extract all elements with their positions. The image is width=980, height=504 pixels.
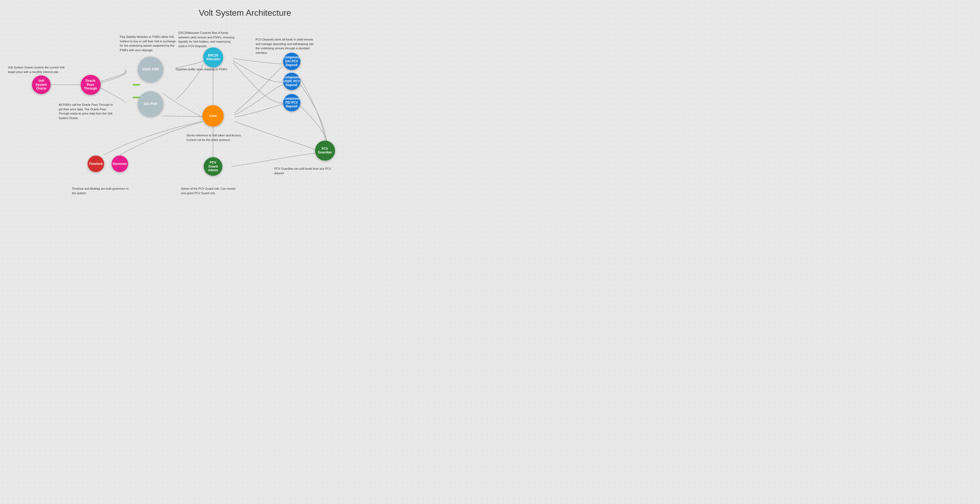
node-label-compound-fei: Compound FEI PCV Deposit [283, 97, 300, 108]
node-compound-fei[interactable]: Compound FEI PCV Deposit [283, 94, 301, 112]
node-volt-system-oracle[interactable]: Volt System Oracle [32, 75, 51, 94]
annotation-psm-annotation: Peg Stability Modules or PSM's allow Vol… [120, 35, 178, 52]
node-pcv-guardian[interactable]: PCV Guardian [315, 140, 335, 161]
node-usdc-psm[interactable]: USDC PSM [138, 57, 163, 82]
node-erc20-allocator[interactable]: ERC20 Allocator [203, 48, 223, 67]
node-timelock[interactable]: Timelock [88, 156, 104, 172]
node-label-erc20-allocator: ERC20 Allocator [206, 54, 220, 61]
node-label-governor: Governor [113, 162, 127, 166]
diagram-container: Volt System Architecture [0, 0, 490, 252]
node-label-compound-usdc: Compound USDC PCV Deposit [283, 75, 300, 87]
node-governor[interactable]: Governor [111, 156, 128, 172]
node-pcv-guard-admin[interactable]: PCV Guard Admin [204, 157, 222, 176]
annotation-oracle-annotation: Volt System Oracle controls the current … [8, 65, 67, 74]
node-compound-dai[interactable]: Compound DAI PCV Deposit [283, 53, 301, 70]
annotation-erc20-annotation: ERC20Allocator Controls flow of funds be… [178, 30, 237, 48]
node-label-volt-system-oracle: Volt System Oracle [36, 79, 47, 90]
node-label-dai-psm: DAI PSM [144, 102, 157, 106]
annotation-pcv-deposit-annotation: PCV Deposits store all funds in yield ve… [256, 37, 314, 55]
node-label-usdc-psm: USDC PSM [142, 67, 159, 71]
annotation-oracle-pass-annotation: All PSM's call the Oracle Pass Through t… [59, 102, 117, 120]
green-bar-2 [133, 97, 140, 98]
node-label-pcv-guard-admin: PCV Guard Admin [208, 161, 218, 172]
node-label-pcv-guardian: PCV Guardian [318, 147, 332, 155]
node-label-oracle-pass-through: Oracle Pass Through [84, 79, 97, 90]
node-label-timelock: Timelock [89, 162, 103, 166]
annotation-depletes-buffer-annotation: Depletes buffer when dripping to PSM's [176, 67, 227, 72]
node-label-core: Core [209, 114, 216, 118]
annotation-core-annotation: Stores reference to Volt token and Acces… [186, 133, 245, 142]
page-title: Volt System Architecture [0, 0, 490, 18]
green-bar-1 [133, 84, 140, 86]
node-label-compound-dai: Compound DAI PCV Deposit [283, 56, 300, 67]
node-compound-usdc[interactable]: Compound USDC PCV Deposit [283, 73, 301, 90]
annotation-pcv-guard-admin-annotation: Admin of the PCV Guard role. Can revoke … [181, 187, 240, 195]
annotation-pcv-guardian-annotation: PCV Guardian can pull funds from any PCV… [274, 166, 333, 175]
annotation-timelock-annotation: Timelock and Multisig are both governors… [72, 187, 130, 195]
node-oracle-pass-through[interactable]: Oracle Pass Through [81, 75, 101, 95]
node-core[interactable]: Core [202, 105, 224, 126]
connections-svg [0, 0, 490, 252]
node-dai-psm[interactable]: DAI PSM [138, 91, 163, 117]
